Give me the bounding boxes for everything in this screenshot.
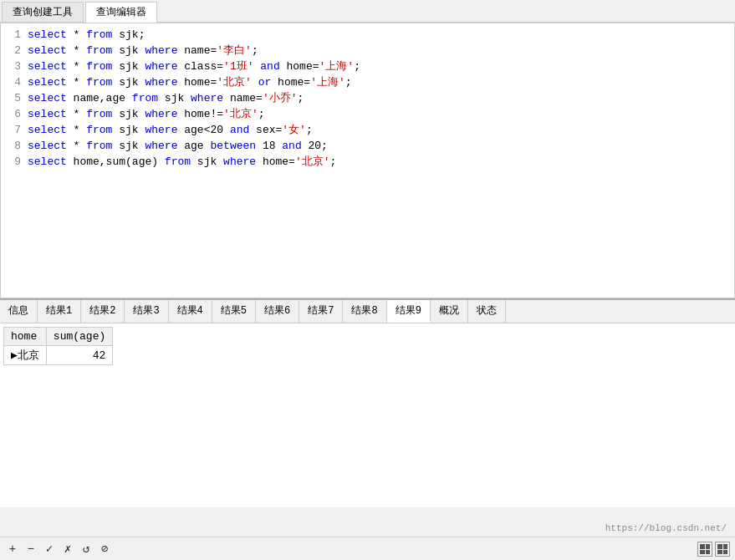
line-code: select * from sjk where age<20 and sex='… — [28, 122, 313, 138]
sql-keyword: select — [28, 28, 67, 41]
sql-plain: sjk — [112, 60, 145, 73]
sql-plain: sjk — [191, 155, 223, 168]
sql-plain: * — [67, 108, 86, 120]
sql-plain: name= — [223, 92, 263, 104]
code-line-6: 6select * from sjk where home!='北京'; — [1, 106, 734, 122]
line-number: 9 — [4, 154, 21, 170]
sql-plain: age<20 — [177, 124, 229, 136]
sql-keyword: select — [28, 108, 67, 120]
line-number: 4 — [4, 74, 21, 90]
sql-keyword: where — [145, 124, 177, 136]
sql-plain: sex= — [249, 124, 282, 136]
line-code: select name,age from sjk where name='小乔'… — [28, 90, 304, 106]
line-number: 5 — [4, 90, 21, 106]
line-code: select * from sjk; — [28, 27, 145, 43]
sql-keyword: from — [132, 92, 158, 104]
result-tab-1[interactable]: 结果1 — [38, 300, 81, 323]
line-number: 7 — [4, 122, 21, 138]
result-tab-3[interactable]: 结果3 — [125, 300, 168, 323]
remove-btn[interactable]: − — [23, 542, 38, 557]
sql-plain: sjk — [112, 76, 145, 89]
sql-plain: * — [67, 124, 86, 136]
sql-editor[interactable]: 1select * from sjk;2select * from sjk wh… — [0, 23, 735, 298]
line-code: select * from sjk where class='1班' and h… — [28, 59, 360, 74]
sql-plain: ; — [258, 108, 265, 120]
sql-keyword: select — [28, 140, 67, 152]
code-line-3: 3select * from sjk where class='1班' and … — [1, 59, 734, 74]
sql-keyword: select — [28, 155, 67, 168]
sql-string: '上海' — [319, 60, 355, 73]
add-btn[interactable]: + — [5, 542, 20, 557]
tab-query-builder[interactable]: 查询创建工具 — [2, 2, 84, 22]
result-tab-0[interactable]: 信息 — [0, 300, 38, 323]
sql-keyword: between — [210, 140, 256, 152]
sql-keyword: where — [145, 76, 177, 89]
result-tab-11[interactable]: 状态 — [468, 300, 506, 323]
code-line-8: 8select * from sjk where age between 18 … — [1, 138, 734, 154]
code-line-4: 4select * from sjk where home='北京' or ho… — [1, 74, 734, 90]
result-tab-7[interactable]: 结果7 — [299, 300, 343, 323]
grid-icon-1[interactable] — [697, 542, 712, 557]
sql-plain: * — [67, 76, 86, 89]
result-tab-8[interactable]: 结果8 — [343, 300, 386, 323]
sql-plain: 20; — [302, 140, 328, 152]
bottom-toolbar: +−✓✗↺⊘ — [0, 537, 735, 560]
sql-keyword: from — [86, 108, 112, 120]
line-number: 2 — [4, 43, 21, 59]
result-tab-2[interactable]: 结果2 — [81, 300, 125, 323]
sql-plain: class= — [177, 60, 223, 73]
sql-keyword: where — [223, 155, 256, 168]
code-line-2: 2select * from sjk where name='李白'; — [1, 43, 734, 59]
sql-plain: sjk — [112, 108, 145, 120]
sql-keyword: or — [258, 76, 272, 89]
sql-string: '小乔' — [263, 92, 298, 104]
sql-plain: home= — [271, 76, 310, 89]
result-tab-6[interactable]: 结果6 — [256, 300, 299, 323]
watermark: https://blog.csdn.net/ — [605, 523, 727, 533]
sql-keyword: from — [86, 124, 112, 136]
line-number: 3 — [4, 59, 21, 74]
sql-plain: sjk — [112, 124, 145, 136]
line-code: select * from sjk where name='李白'; — [28, 43, 258, 59]
sql-plain: * — [67, 28, 86, 41]
result-tab-5[interactable]: 结果5 — [212, 300, 256, 323]
sql-plain: home= — [280, 60, 319, 73]
stop-btn[interactable]: ⊘ — [97, 542, 112, 557]
sql-plain: sjk; — [112, 28, 145, 41]
sql-keyword: select — [28, 76, 67, 89]
results-tab-bar: 信息结果1结果2结果3结果4结果5结果6结果7结果8结果9概况状态 — [0, 300, 735, 323]
sql-string: '1班' — [223, 60, 253, 73]
sql-plain: sjk — [112, 140, 145, 152]
sql-plain: sjk — [158, 92, 191, 104]
code-line-5: 5select name,age from sjk where name='小乔… — [1, 90, 734, 106]
sql-string: '北京' — [217, 76, 252, 89]
result-table: homesum(age) ▶北京42 — [3, 327, 113, 365]
line-number: 8 — [4, 138, 21, 154]
sql-plain: sjk — [112, 44, 145, 57]
sql-string: '北京' — [223, 108, 258, 120]
sql-keyword: where — [145, 108, 177, 120]
sql-keyword: select — [28, 44, 67, 57]
tab-query-editor[interactable]: 查询编辑器 — [85, 2, 157, 23]
sql-keyword: from — [86, 28, 112, 41]
sql-plain: home,sum(age) — [67, 155, 165, 168]
sql-keyword: where — [145, 60, 177, 73]
sql-plain: name,age — [67, 92, 132, 104]
results-section: 信息结果1结果2结果3结果4结果5结果6结果7结果8结果9概况状态 homesu… — [0, 298, 735, 507]
refresh-btn[interactable]: ↺ — [79, 542, 94, 557]
sql-keyword: and — [230, 124, 249, 136]
sql-plain: home= — [256, 155, 295, 168]
result-tab-9[interactable]: 结果9 — [387, 300, 431, 323]
table-body: ▶北京42 — [4, 346, 113, 365]
code-line-1: 1select * from sjk; — [1, 27, 734, 43]
table-row: ▶北京42 — [4, 346, 113, 365]
sql-plain: name= — [177, 44, 217, 57]
confirm-btn[interactable]: ✓ — [42, 542, 57, 557]
result-tab-10[interactable]: 概况 — [431, 300, 468, 323]
cancel-btn[interactable]: ✗ — [60, 542, 75, 557]
sql-string: '北京' — [295, 155, 330, 168]
line-code: select * from sjk where home!='北京'; — [28, 106, 265, 122]
data-table-area: homesum(age) ▶北京42 — [0, 323, 735, 507]
result-tab-4[interactable]: 结果4 — [169, 300, 212, 323]
grid-icon-2[interactable] — [715, 542, 730, 557]
